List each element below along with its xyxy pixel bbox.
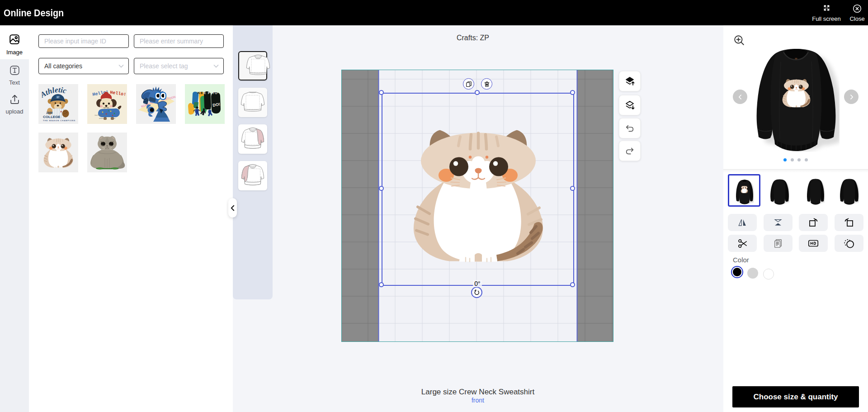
svg-text:Just Forget the: Just Forget the — [94, 114, 105, 116]
svg-text:whole idea: whole idea — [99, 118, 107, 119]
svg-text:KEE P TO: KEE P TO — [198, 91, 218, 95]
svg-text:87: 87 — [57, 96, 60, 99]
svg-text:COLLEGE: COLLEGE — [43, 115, 61, 119]
svg-text:1986: 1986 — [46, 111, 53, 114]
svg-text:for fun: for fun — [111, 118, 115, 119]
svg-text:THE SEASON CHAMPIONS: THE SEASON CHAMPIONS — [43, 119, 75, 122]
